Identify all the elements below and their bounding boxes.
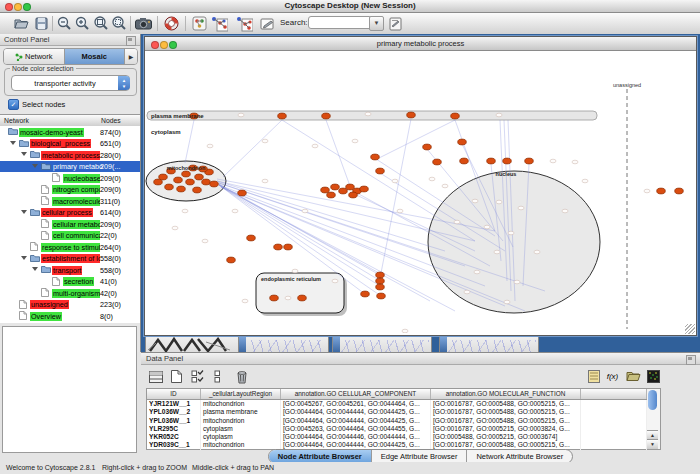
network-node-small[interactable] bbox=[352, 139, 358, 143]
network-node[interactable] bbox=[193, 187, 202, 193]
attribute-grid-icon[interactable] bbox=[147, 368, 164, 385]
network-node[interactable] bbox=[361, 291, 370, 297]
network-node-small[interactable] bbox=[292, 269, 298, 273]
network-node[interactable] bbox=[487, 158, 496, 164]
tree-row[interactable]: multi-organism pro42(0) bbox=[0, 287, 140, 299]
network-node-small[interactable] bbox=[464, 290, 470, 294]
network-node-small[interactable] bbox=[562, 209, 568, 213]
tree-row[interactable]: metabolic process280(0) bbox=[0, 149, 140, 161]
unselect-attributes-icon[interactable] bbox=[210, 368, 227, 385]
table-row[interactable]: YKR052Ccytoplasm[GO:0044464, GO:0044446,… bbox=[147, 433, 648, 441]
network-node[interactable] bbox=[195, 174, 204, 180]
network-node-small[interactable] bbox=[365, 112, 371, 116]
network-node-small[interactable] bbox=[504, 300, 510, 304]
minimize-view-icon[interactable] bbox=[160, 41, 168, 49]
background-window-fragment[interactable] bbox=[439, 336, 539, 353]
network-node[interactable] bbox=[423, 144, 432, 150]
network-node-small[interactable] bbox=[454, 220, 460, 224]
network-node[interactable] bbox=[270, 295, 279, 301]
expand-arrow-icon[interactable] bbox=[10, 141, 16, 145]
notepad-icon[interactable] bbox=[585, 368, 602, 385]
network-node-small[interactable] bbox=[518, 206, 524, 210]
table-column-header[interactable]: annotation.GO CELLULAR_COMPONENT bbox=[281, 389, 431, 399]
tree-row[interactable]: nitrogen compo209(0) bbox=[0, 184, 140, 196]
background-window-fragment[interactable] bbox=[145, 336, 239, 353]
network-node[interactable] bbox=[202, 179, 211, 185]
network-node[interactable] bbox=[186, 179, 195, 185]
network-node[interactable] bbox=[451, 113, 460, 119]
network-node[interactable] bbox=[321, 187, 330, 193]
network-node[interactable] bbox=[247, 235, 256, 241]
tree-row[interactable]: cellular process614(0) bbox=[0, 207, 140, 219]
network-node[interactable] bbox=[238, 190, 247, 196]
network-node-small[interactable] bbox=[582, 179, 588, 183]
table-row[interactable]: YPL036W__1mitochondrion[GO:0044464, GO:0… bbox=[147, 417, 648, 425]
network-node[interactable] bbox=[376, 278, 385, 284]
background-window-fragment[interactable] bbox=[238, 336, 329, 353]
zoom-in-icon[interactable] bbox=[74, 15, 91, 32]
network-node-small[interactable] bbox=[572, 160, 578, 164]
tree-row[interactable]: mosaic-demo-yeast874(0) bbox=[0, 126, 140, 138]
network-node-small[interactable] bbox=[172, 226, 178, 230]
network-node[interactable] bbox=[458, 139, 467, 145]
float-panel-icon[interactable] bbox=[126, 36, 136, 46]
expand-arrow-icon[interactable] bbox=[32, 267, 38, 271]
network-node-small[interactable] bbox=[392, 179, 398, 183]
network-node-small[interactable] bbox=[496, 200, 502, 204]
tab-overflow-arrow-icon[interactable]: ▶ bbox=[125, 49, 137, 64]
expand-arrow-icon[interactable] bbox=[21, 152, 27, 156]
table-row[interactable]: YJR121W__1mitochondrion[GO:0045267, GO:0… bbox=[147, 400, 648, 408]
network-window-titlebar[interactable]: primary metabolic process bbox=[145, 37, 696, 51]
network-node[interactable] bbox=[331, 184, 340, 190]
network-node-small[interactable] bbox=[508, 231, 514, 235]
zoom-fit-icon[interactable] bbox=[110, 15, 127, 32]
network-node-small[interactable] bbox=[644, 189, 650, 193]
expand-arrow-icon[interactable] bbox=[21, 256, 27, 260]
tree-row[interactable]: unassigned223(0) bbox=[0, 299, 140, 311]
network-canvas[interactable]: plasma membrane cytoplasm mitochondrion … bbox=[145, 51, 694, 333]
close-view-icon[interactable] bbox=[151, 41, 159, 49]
network-node-small[interactable] bbox=[402, 329, 408, 333]
tree-row[interactable]: nucleobase-209(0) bbox=[0, 172, 140, 184]
attribute-matrix-icon[interactable] bbox=[645, 368, 662, 385]
search-dropdown-icon[interactable]: ▼ bbox=[369, 16, 384, 31]
open-icon[interactable] bbox=[13, 15, 30, 32]
network-node[interactable] bbox=[174, 177, 183, 183]
network-node-small[interactable] bbox=[496, 113, 502, 117]
tree-row[interactable]: secretion41(0) bbox=[0, 276, 140, 288]
network-node-small[interactable] bbox=[242, 299, 248, 303]
background-window-fragment[interactable] bbox=[332, 336, 432, 353]
network-node-small[interactable] bbox=[262, 179, 268, 183]
network-node[interactable] bbox=[298, 295, 307, 301]
network-node-small[interactable] bbox=[474, 270, 480, 274]
network-node-small[interactable] bbox=[238, 113, 244, 117]
network-node-small[interactable] bbox=[312, 144, 318, 148]
help-lifering-icon[interactable] bbox=[163, 15, 180, 32]
network-node-small[interactable] bbox=[232, 209, 238, 213]
network-node[interactable] bbox=[525, 158, 534, 164]
tree-row[interactable]: biological_process651(0) bbox=[0, 138, 140, 150]
network-table-import-icon[interactable] bbox=[236, 15, 253, 32]
network-node[interactable] bbox=[376, 168, 385, 174]
network-node[interactable] bbox=[165, 184, 174, 190]
network-node[interactable] bbox=[657, 188, 666, 194]
network-node[interactable] bbox=[407, 112, 416, 118]
annotation-icon[interactable] bbox=[259, 15, 276, 32]
network-node[interactable] bbox=[278, 113, 287, 119]
network-node-small[interactable] bbox=[472, 199, 478, 203]
tab-mosaic[interactable]: Mosaic bbox=[65, 49, 126, 64]
network-node[interactable] bbox=[349, 192, 358, 198]
network-node-small[interactable] bbox=[202, 239, 208, 243]
new-attribute-icon[interactable] bbox=[168, 368, 185, 385]
network-node-small[interactable] bbox=[262, 139, 268, 143]
tree-row[interactable]: cellular metabo209(0) bbox=[0, 218, 140, 230]
network-node-small[interactable] bbox=[484, 225, 490, 229]
delete-attribute-icon[interactable] bbox=[233, 368, 250, 385]
network-overview-panel[interactable] bbox=[2, 326, 137, 453]
tree-row[interactable]: cell communicat22(0) bbox=[0, 230, 140, 242]
tab-network[interactable]: Network bbox=[4, 49, 65, 64]
network-node[interactable] bbox=[182, 171, 191, 177]
network-node-small[interactable] bbox=[332, 279, 338, 283]
expand-arrow-icon[interactable] bbox=[21, 210, 27, 214]
tree-row[interactable]: Overview8(0) bbox=[0, 310, 140, 322]
